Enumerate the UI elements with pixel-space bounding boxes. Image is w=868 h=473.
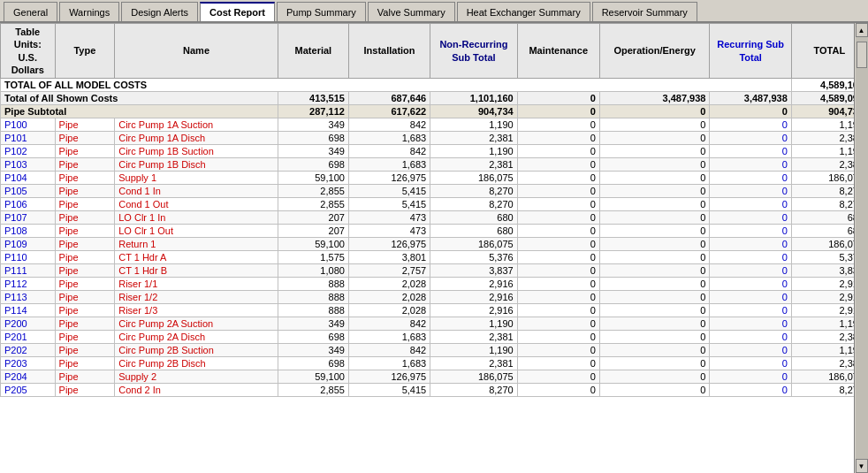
row-name: Circ Pump 1B Suction (115, 145, 278, 158)
row-value: 3,801 (348, 251, 430, 264)
tab-heat-exchanger-label: Heat Exchanger Summary (467, 7, 581, 18)
cost-report-table: Table Units: U.S. Dollars Type Name Mate… (0, 23, 868, 397)
row-value: 1,683 (348, 331, 430, 344)
row-value: 0 (599, 172, 710, 185)
row-name: Circ Pump 1A Suction (115, 118, 278, 132)
row-value: 0 (517, 384, 599, 397)
tab-reservoir-summary[interactable]: Reservoir Summary (592, 2, 697, 21)
row-name: LO Clr 1 In (115, 211, 278, 225)
table-row: P201PipeCirc Pump 2A Disch6981,6832,3810… (1, 331, 868, 344)
row-value: 349 (278, 118, 348, 132)
row-value: 0 (517, 278, 599, 291)
row-type: Pipe (55, 278, 115, 291)
row-value: 0 (517, 185, 599, 198)
row-value: 0 (599, 251, 710, 264)
row-name: Riser 1/2 (115, 291, 278, 304)
table-row: P204PipeSupply 259,100126,975186,0750001… (1, 370, 868, 384)
table-row: P112PipeRiser 1/18882,0282,9160002,916 (1, 278, 868, 291)
row-value: 5,415 (348, 198, 430, 211)
row-value: 0 (710, 344, 791, 357)
table-row: P101PipeCirc Pump 1A Disch6981,6832,3810… (1, 132, 868, 145)
row-id: P202 (1, 344, 56, 357)
row-name: Circ Pump 1A Disch (115, 132, 278, 145)
row-value: 8,270 (430, 185, 517, 198)
row-value: 888 (278, 304, 348, 317)
row-id: P104 (1, 172, 56, 185)
tab-design-alerts[interactable]: Design Alerts (121, 2, 198, 21)
row-name: Riser 1/3 (115, 304, 278, 317)
row-name: CT 1 Hdr A (115, 251, 278, 264)
row-value: 0 (710, 225, 791, 238)
row-value: 0 (517, 145, 599, 158)
row-value: 0 (517, 357, 599, 370)
row-value: 0 (599, 211, 710, 225)
row-value: 1,683 (348, 132, 430, 145)
scroll-thumb[interactable] (857, 42, 867, 68)
row-value: 0 (599, 278, 710, 291)
table-row: P113PipeRiser 1/28882,0282,9160002,916 (1, 291, 868, 304)
tab-general-label: General (13, 7, 48, 18)
tab-reservoir-label: Reservoir Summary (602, 7, 688, 18)
row-value: 698 (278, 132, 348, 145)
row-value: 126,975 (348, 370, 430, 384)
row-value: 680 (430, 211, 517, 225)
row-id: P106 (1, 198, 56, 211)
row-value: 2,028 (348, 278, 430, 291)
row-value: 0 (710, 211, 791, 225)
row-value: 0 (599, 304, 710, 317)
row-value: 0 (599, 132, 710, 145)
row-value: 0 (599, 370, 710, 384)
row-value: 186,075 (430, 172, 517, 185)
row-value: 0 (517, 172, 599, 185)
tab-heat-exchanger-summary[interactable]: Heat Exchanger Summary (457, 2, 590, 21)
row-value: 186,075 (430, 238, 517, 251)
row-id: P112 (1, 278, 56, 291)
row-value: 0 (517, 118, 599, 132)
tab-pump-summary[interactable]: Pump Summary (277, 2, 366, 21)
tab-valve-summary[interactable]: Valve Summary (368, 2, 455, 21)
row-value: 0 (517, 225, 599, 238)
row-name: Cond 1 In (115, 185, 278, 198)
row-value: 0 (599, 198, 710, 211)
row-value: 0 (710, 264, 791, 278)
row-id: P105 (1, 185, 56, 198)
col-header-non-recurring: Non-Recurring Sub Total (430, 24, 517, 79)
tab-warnings[interactable]: Warnings (59, 2, 119, 21)
row-value: 0 (710, 317, 791, 331)
row-value: 0 (517, 331, 599, 344)
tab-cost-report[interactable]: Cost Report (200, 2, 275, 21)
main-content: Table Units: U.S. Dollars Type Name Mate… (0, 23, 868, 473)
row-value: 0 (517, 158, 599, 172)
row-name: Riser 1/1 (115, 278, 278, 291)
row-value: 207 (278, 211, 348, 225)
tab-cost-report-label: Cost Report (209, 7, 265, 18)
row-name: Circ Pump 2A Suction (115, 317, 278, 331)
table-row: P110PipeCT 1 Hdr A1,5753,8015,3760005,37… (1, 251, 868, 264)
row-value: 842 (348, 344, 430, 357)
row-value: 0 (710, 145, 791, 158)
pipe-subtotal-maint: 0 (517, 105, 599, 118)
scroll-up-button[interactable]: ▲ (856, 23, 868, 37)
table-row: P103PipeCirc Pump 1B Disch6981,6832,3810… (1, 158, 868, 172)
row-type: Pipe (55, 344, 115, 357)
row-value: 0 (599, 291, 710, 304)
row-value: 1,683 (348, 357, 430, 370)
col-header-recurring: Recurring Sub Total (710, 24, 791, 79)
row-id: P109 (1, 238, 56, 251)
row-value: 1,683 (348, 158, 430, 172)
row-value: 0 (710, 384, 791, 397)
row-id: P102 (1, 145, 56, 158)
row-value: 1,190 (430, 145, 517, 158)
row-value: 680 (430, 225, 517, 238)
row-value: 888 (278, 291, 348, 304)
row-value: 5,415 (348, 384, 430, 397)
col-header-maintenance: Maintenance (517, 24, 599, 79)
row-value: 888 (278, 278, 348, 291)
table-row: P108PipeLO Clr 1 Out207473680000680 (1, 225, 868, 238)
row-name: Circ Pump 1B Disch (115, 158, 278, 172)
row-type: Pipe (55, 238, 115, 251)
scroll-down-button[interactable]: ▼ (856, 459, 868, 473)
row-value: 0 (599, 118, 710, 132)
tab-general[interactable]: General (4, 2, 57, 21)
vertical-scrollbar[interactable]: ▲ ▼ (854, 23, 868, 473)
